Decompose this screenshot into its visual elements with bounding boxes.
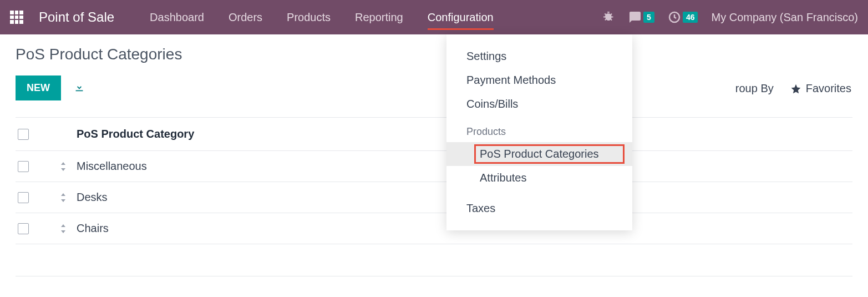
nav-products[interactable]: Products [275, 0, 343, 34]
row-checkbox[interactable] [18, 192, 29, 203]
dropdown-pos-product-categories[interactable]: PoS Product Categories [446, 142, 632, 166]
nav-menu: Dashboard Orders Products Reporting Conf… [138, 0, 506, 34]
dropdown-section-products: Products [446, 116, 632, 142]
right-toolbar: roup By Favorites [735, 82, 851, 95]
nav-reporting[interactable]: Reporting [343, 0, 415, 34]
messages-icon[interactable]: 5 [628, 11, 654, 24]
page-title: PoS Product Categories [16, 46, 852, 63]
toolbar: NEW [16, 75, 852, 100]
table-row[interactable]: Desks [16, 182, 852, 213]
app-title[interactable]: Point of Sale [39, 9, 114, 25]
dropdown-settings[interactable]: Settings [446, 44, 632, 68]
apps-icon[interactable] [10, 11, 23, 24]
row-checkbox[interactable] [18, 161, 29, 172]
nav-configuration[interactable]: Configuration [415, 0, 506, 34]
dropdown-coins-bills[interactable]: Coins/Bills [446, 92, 632, 116]
activities-badge: 46 [683, 12, 698, 23]
main-navbar: Point of Sale Dashboard Orders Products … [0, 0, 868, 34]
activities-icon[interactable]: 46 [668, 11, 698, 24]
table-row[interactable]: Chairs [16, 213, 852, 244]
sort-handle-icon[interactable] [60, 193, 77, 202]
categories-table: PoS Product Category Miscellaneous Desks… [16, 117, 852, 276]
sort-handle-icon[interactable] [60, 224, 77, 233]
row-checkbox[interactable] [18, 223, 29, 234]
dropdown-taxes[interactable]: Taxes [446, 197, 632, 220]
table-row[interactable]: Miscellaneous [16, 151, 852, 182]
table-header: PoS Product Category [16, 118, 852, 151]
nav-dashboard[interactable]: Dashboard [138, 0, 216, 34]
sort-handle-icon[interactable] [60, 162, 77, 171]
bug-icon[interactable] [602, 11, 615, 24]
favorites-link[interactable]: Favorites [790, 82, 851, 95]
table-footer [16, 244, 852, 276]
nav-orders[interactable]: Orders [216, 0, 275, 34]
new-button[interactable]: NEW [16, 75, 61, 100]
dropdown-attributes[interactable]: Attributes [446, 166, 632, 190]
group-by-link[interactable]: roup By [735, 82, 774, 95]
page-content: PoS Product Categories NEW roup By Favor… [0, 34, 868, 288]
nav-right: 5 46 My Company (San Francisco) [602, 11, 858, 24]
select-all-checkbox[interactable] [18, 129, 29, 140]
download-icon[interactable] [73, 81, 85, 95]
messages-badge: 5 [643, 12, 654, 23]
star-icon [790, 83, 801, 94]
company-selector[interactable]: My Company (San Francisco) [711, 11, 858, 24]
dropdown-payment-methods[interactable]: Payment Methods [446, 68, 632, 92]
configuration-dropdown: Settings Payment Methods Coins/Bills Pro… [446, 34, 632, 230]
